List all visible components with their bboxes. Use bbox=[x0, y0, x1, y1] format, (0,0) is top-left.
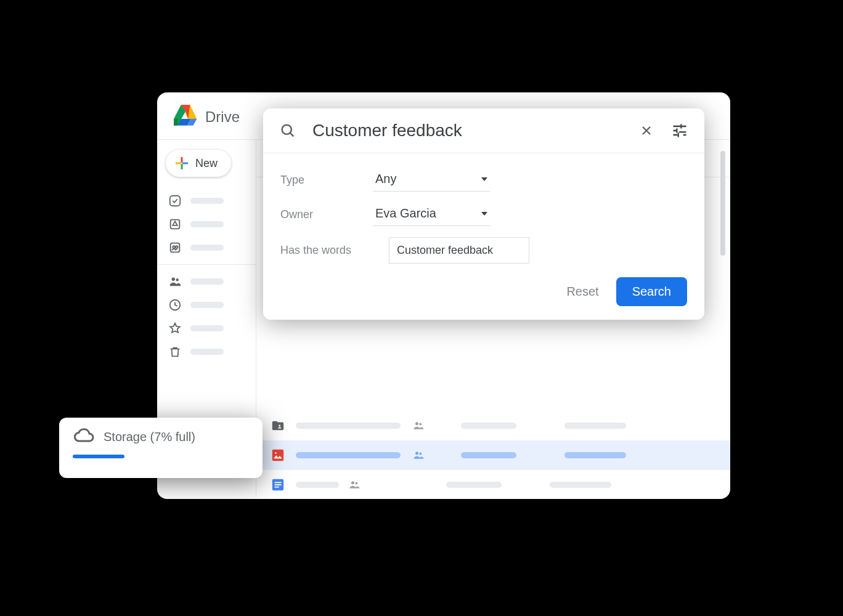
nav-item-recent[interactable] bbox=[166, 293, 256, 317]
new-button-label: New bbox=[195, 157, 218, 170]
nav-item-starred[interactable] bbox=[166, 317, 256, 340]
filter-row-type: Type Any bbox=[280, 168, 687, 192]
nav-placeholder bbox=[190, 198, 224, 204]
file-meta-placeholder bbox=[564, 423, 626, 429]
clock-icon bbox=[168, 298, 182, 312]
filter-row-owner: Owner Eva Garcia bbox=[280, 203, 687, 226]
chevron-down-icon bbox=[481, 212, 487, 216]
svg-rect-3 bbox=[182, 163, 188, 164]
file-rows bbox=[256, 411, 730, 499]
file-meta-placeholder bbox=[446, 482, 502, 488]
svg-point-9 bbox=[172, 278, 176, 282]
people-icon bbox=[412, 448, 425, 462]
nav-placeholder bbox=[190, 221, 224, 227]
people-icon bbox=[168, 275, 182, 288]
nav-list bbox=[166, 189, 256, 259]
svg-point-8 bbox=[176, 246, 178, 248]
owner-select[interactable]: Eva Garcia bbox=[373, 203, 490, 226]
file-meta-placeholder bbox=[461, 423, 516, 429]
svg-point-7 bbox=[173, 246, 175, 248]
nav-list-2 bbox=[166, 270, 256, 363]
nav-item-shared[interactable] bbox=[166, 270, 256, 293]
nav-separator bbox=[157, 264, 256, 265]
svg-point-17 bbox=[415, 452, 418, 455]
file-meta-placeholder bbox=[564, 452, 626, 458]
shared-drives-icon bbox=[168, 241, 182, 254]
svg-rect-22 bbox=[275, 487, 279, 488]
file-meta-placeholder bbox=[461, 452, 516, 458]
filters: Type Any Owner Eva Garcia Has the words … bbox=[263, 153, 704, 320]
has-words-input[interactable] bbox=[389, 237, 529, 264]
drive-logo-icon bbox=[172, 105, 199, 129]
scrollbar[interactable] bbox=[720, 151, 725, 256]
svg-point-10 bbox=[176, 278, 178, 281]
file-name-placeholder bbox=[296, 482, 339, 488]
check-square-icon bbox=[168, 194, 182, 208]
drive-outline-icon bbox=[168, 217, 182, 231]
svg-point-12 bbox=[279, 425, 280, 427]
filter-label-type: Type bbox=[280, 174, 373, 187]
svg-point-13 bbox=[415, 422, 418, 425]
app-title: Drive bbox=[205, 108, 240, 126]
file-meta-placeholder bbox=[550, 482, 611, 488]
svg-rect-0 bbox=[181, 157, 183, 163]
svg-rect-15 bbox=[272, 450, 283, 461]
plus-icon bbox=[174, 156, 189, 171]
nav-placeholder bbox=[190, 325, 224, 331]
image-icon bbox=[271, 448, 285, 462]
file-name-placeholder bbox=[296, 423, 401, 429]
people-icon bbox=[348, 478, 361, 492]
svg-rect-28 bbox=[676, 129, 677, 133]
storage-head: Storage (7% full) bbox=[73, 428, 249, 446]
svg-rect-1 bbox=[181, 164, 183, 169]
search-icon bbox=[279, 122, 296, 139]
svg-rect-2 bbox=[176, 163, 181, 164]
filter-row-has-words: Has the words bbox=[280, 237, 687, 264]
file-row[interactable] bbox=[256, 470, 730, 499]
folder-shared-icon bbox=[271, 419, 285, 432]
file-row-selected[interactable] bbox=[256, 440, 730, 470]
tune-icon[interactable] bbox=[671, 122, 688, 139]
file-row[interactable] bbox=[256, 411, 730, 440]
svg-rect-26 bbox=[678, 133, 679, 137]
storage-label: Storage (7% full) bbox=[104, 430, 195, 444]
svg-rect-27 bbox=[680, 124, 682, 129]
search-query[interactable]: Customer feedback bbox=[312, 121, 622, 140]
people-icon bbox=[412, 419, 425, 432]
owner-select-value: Eva Garcia bbox=[375, 206, 436, 221]
cloud-icon bbox=[73, 428, 95, 446]
reset-button[interactable]: Reset bbox=[566, 285, 598, 299]
type-select-value: Any bbox=[375, 172, 396, 186]
nav-placeholder bbox=[190, 278, 224, 285]
svg-point-24 bbox=[355, 482, 357, 485]
search-header: Customer feedback bbox=[263, 108, 704, 153]
search-panel: Customer feedback Type Any Owner Eva Gar… bbox=[263, 108, 704, 320]
svg-rect-21 bbox=[275, 484, 282, 485]
svg-point-14 bbox=[419, 423, 422, 426]
star-icon bbox=[168, 322, 182, 335]
clear-icon[interactable] bbox=[638, 122, 655, 139]
storage-card[interactable]: Storage (7% full) bbox=[59, 418, 263, 478]
filter-actions: Reset Search bbox=[280, 275, 687, 306]
chevron-down-icon bbox=[481, 177, 487, 181]
nav-placeholder bbox=[190, 245, 224, 251]
svg-rect-20 bbox=[275, 482, 282, 483]
type-select[interactable]: Any bbox=[373, 168, 490, 192]
svg-rect-4 bbox=[170, 196, 181, 206]
search-button[interactable]: Search bbox=[616, 277, 687, 306]
nav-placeholder bbox=[190, 349, 224, 355]
nav-item-trash[interactable] bbox=[166, 340, 256, 363]
nav-item-shared-drives[interactable] bbox=[166, 236, 256, 259]
nav-placeholder bbox=[190, 302, 224, 308]
filter-label-has-words: Has the words bbox=[280, 244, 389, 257]
docs-icon bbox=[271, 478, 285, 492]
nav-item-priority[interactable] bbox=[166, 189, 256, 213]
nav-item-mydrive[interactable] bbox=[166, 213, 256, 236]
trash-icon bbox=[168, 345, 182, 359]
svg-point-25 bbox=[282, 125, 291, 134]
new-button[interactable]: New bbox=[166, 150, 231, 177]
svg-point-18 bbox=[419, 453, 422, 455]
svg-point-16 bbox=[275, 452, 277, 454]
storage-progress-bar bbox=[73, 455, 124, 458]
file-name-placeholder bbox=[296, 452, 401, 458]
